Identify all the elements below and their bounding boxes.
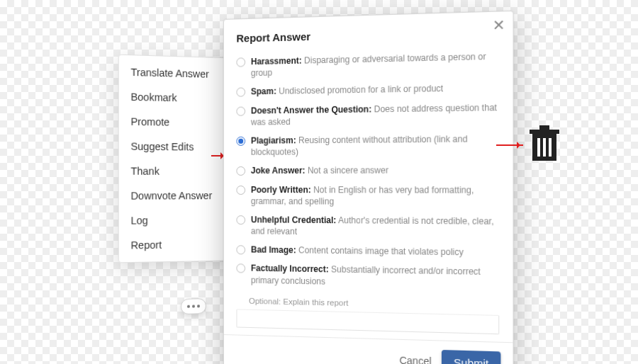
radio-bad-image[interactable] [236,245,245,254]
close-button[interactable]: ✕ [493,18,505,33]
report-dialog: ✕ Report Answer Harassment: Disparaging … [223,11,514,364]
svg-rect-4 [543,138,546,157]
submit-button[interactable]: Submit [442,350,500,364]
svg-rect-3 [537,138,540,157]
radio-joke[interactable] [236,166,245,176]
radio-poorly-written[interactable] [236,186,245,195]
option-plagiarism[interactable]: Plagiarism: Reusing content without attr… [236,129,499,161]
option-doesnt-answer[interactable]: Doesn't Answer the Question: Does not ad… [236,98,499,132]
radio-factually-incorrect[interactable] [236,264,245,273]
dialog-footer: Cancel Submit [224,334,513,364]
svg-rect-1 [530,130,559,134]
radio-plagiarism[interactable] [236,137,245,146]
arrow-icon [496,144,523,146]
more-options-button[interactable] [181,298,206,314]
option-unhelpful-credential[interactable]: Unhelpful Credential: Author's credentia… [236,210,499,243]
option-factually-incorrect[interactable]: Factually Incorrect: Substantially incor… [236,259,499,295]
option-joke[interactable]: Joke Answer: Not a sincere answer [236,161,499,181]
radio-spam[interactable] [236,88,245,97]
report-options: Harassment: Disparaging or adversarial t… [224,46,513,299]
radio-doesnt-answer[interactable] [236,106,245,115]
option-poorly-written[interactable]: Poorly Written: Not in English or has ve… [236,180,499,211]
trash-icon [528,125,561,165]
svg-rect-5 [549,138,552,157]
cancel-button[interactable]: Cancel [399,355,431,364]
svg-rect-2 [539,125,549,130]
option-harassment[interactable]: Harassment: Disparaging or adversarial t… [236,47,499,83]
radio-harassment[interactable] [236,57,245,67]
radio-unhelpful-credential[interactable] [236,215,245,224]
